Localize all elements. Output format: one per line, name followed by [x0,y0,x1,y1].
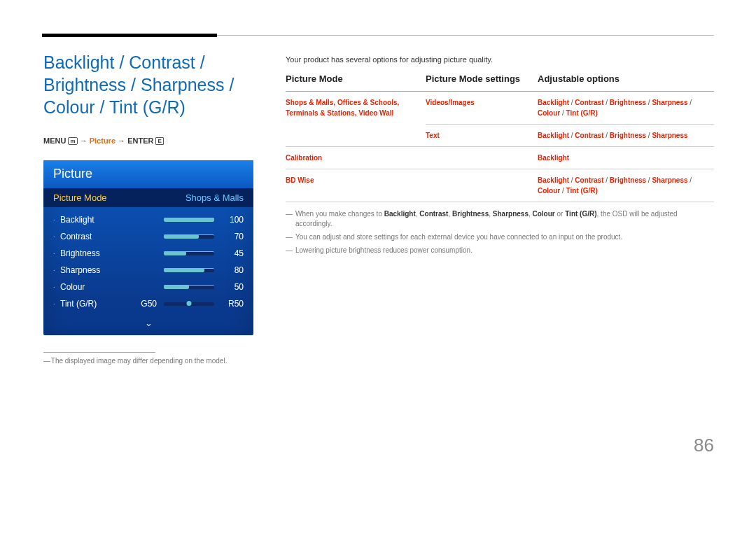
table-row: BD WiseBacklight / Contrast / Brightness… [286,169,714,202]
menu-icon: m [68,137,77,145]
table-row: Shops & Malls, Offices & Schools, Termin… [286,92,714,125]
options-table: Picture Mode Picture Mode settings Adjus… [286,73,714,202]
osd-slider-row[interactable]: ·Backlight100 [53,211,244,228]
note: When you make changes to Backlight, Cont… [286,209,714,229]
osd-tint-row[interactable]: ·Tint (G/R)G50R50 [53,295,244,312]
osd-slider-row[interactable]: ·Contrast70 [53,228,244,245]
osd-slider-row[interactable]: ·Colour50 [53,279,244,295]
osd-slider-row[interactable]: ·Sharpness80 [53,262,244,279]
note: Lowering picture brightness reduces powe… [286,246,714,255]
osd-title: Picture [43,160,253,188]
enter-icon: E [155,137,163,145]
osd-slider-row[interactable]: ·Brightness45 [53,245,244,262]
page-number: 86 [694,435,714,456]
chevron-down-icon[interactable]: ⌄ [43,318,253,335]
note: You can adjust and store settings for ea… [286,232,714,242]
footnote: The displayed image may differ depending… [43,357,253,365]
page-title: Backlight / Contrast / Brightness / Shar… [43,51,253,118]
intro-text: Your product has several options for adj… [286,55,714,64]
table-row: CalibrationBacklight [286,147,714,169]
osd-picture-mode-row[interactable]: Picture Mode Shops & Malls [43,188,253,207]
osd-panel: Picture Picture Mode Shops & Malls ·Back… [43,160,253,335]
nav-path: MENU m → Picture → ENTER E [43,136,253,145]
